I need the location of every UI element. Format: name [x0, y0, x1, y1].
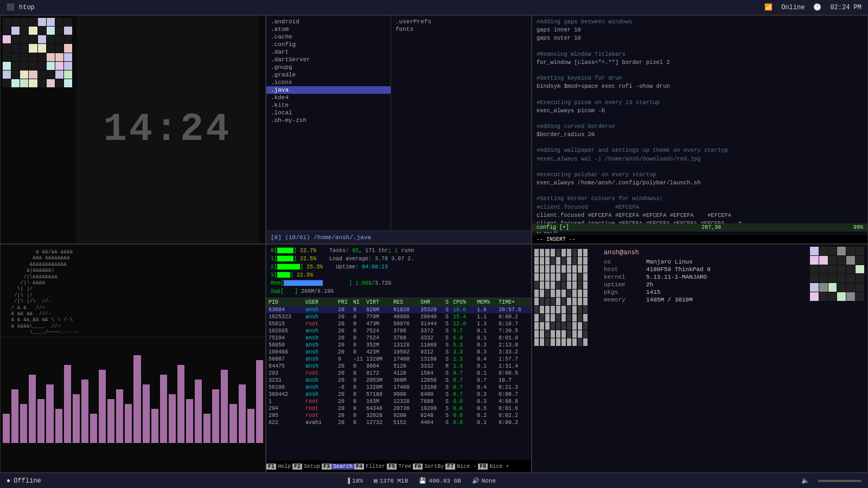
config-line: #executing polybar on every startup — [537, 171, 863, 179]
bar-chart-bar — [73, 394, 80, 443]
config-line: #Setting border colours for windowss| — [537, 195, 863, 203]
network-offline-icon: ● — [7, 477, 10, 485]
bar-chart-bar — [29, 375, 36, 443]
htop-process-row[interactable]: 102685ansh200752437003372S6.70.17:39.5 — [266, 328, 531, 335]
htop-key-f6sortby[interactable]: F6SortBy — [413, 460, 445, 472]
bar-chart — [1, 337, 265, 445]
htop-key-f1help[interactable]: F1Help — [266, 460, 292, 472]
bar-chart-bar — [11, 389, 18, 443]
config-content: #Adding gaps between windowsgaps inner 1… — [537, 18, 863, 244]
file-item[interactable]: .cache — [266, 33, 391, 41]
htop-process-row[interactable]: 1025323ansh200779M4098829640S15.41.10:00… — [266, 313, 531, 320]
file-item[interactable]: .atom — [266, 25, 391, 33]
htop-key-f5tree[interactable]: F5Tree — [387, 460, 413, 472]
bar-chart-bar — [20, 404, 27, 443]
bar-chart-bar — [221, 370, 228, 443]
file-item[interactable]: .userPrefs — [391, 18, 531, 25]
file-item[interactable]: .kite — [266, 101, 391, 109]
config-status-bar: config [+] 207,38 99% — [532, 223, 867, 232]
htop-process-row[interactable]: 295root2003202892006248S0.00.20:02.2 — [266, 412, 531, 419]
bar-chart-bar — [195, 380, 202, 443]
htop-key-f4filter[interactable]: F4Filter — [354, 460, 387, 472]
file-item[interactable]: .android — [266, 18, 391, 25]
volume-track[interactable] — [818, 480, 861, 482]
config-line — [537, 187, 863, 195]
clock-display: 14:24 — [103, 107, 231, 152]
bar-chart-bar — [177, 365, 184, 443]
htop-panel[interactable]: 0[█████] 22.7% Tasks: 95, 171 thr; 1 run… — [266, 244, 532, 473]
bar-chart-bar — [3, 414, 10, 443]
file-item[interactable]: .java — [266, 86, 391, 94]
htop-cpu-row: 0[█████] 22.7% Tasks: 95, 171 thr; 1 run… — [271, 247, 527, 255]
config-line: for_window [class="^.*"] border pixel 2 — [537, 59, 863, 67]
htop-process-row[interactable]: 63604ansh200820M6182835328S18.01.620:57.… — [266, 306, 531, 313]
file-item[interactable]: .gradle — [266, 71, 391, 79]
htop-process-row[interactable]: 622avahi2001273251524464S0.00.10:00.2 — [266, 419, 531, 426]
system-time: 02:24 PM — [830, 4, 861, 11]
file-item[interactable]: .dart — [266, 48, 391, 56]
file-manager-panel[interactable]: .android.atom.cache.config.dart.dartServ… — [266, 15, 532, 244]
htop-process-row[interactable]: 389442ansh2005718899008400S0.70.30:00.7 — [266, 391, 531, 398]
app-icon: ⬛ — [7, 3, 15, 11]
config-line: client.focused #EFCEFA #EFCEFA #EFCEFA #… — [537, 211, 863, 220]
config-line: #Executing picom on every i3 startup — [537, 99, 863, 107]
config-line — [537, 163, 863, 171]
bar-chart-bar — [151, 409, 158, 443]
htop-process-row[interactable]: 1root200163M123287688S0.00.34:08.8 — [266, 398, 531, 405]
file-left-pane[interactable]: .android.atom.cache.config.dart.dartServ… — [266, 16, 391, 230]
bar-chart-bar — [239, 384, 246, 443]
htop-key-f3search[interactable]: F3Search — [322, 460, 354, 472]
clock-icon: 🕐 — [813, 3, 821, 11]
config-editor-panel[interactable]: #Adding gaps between windowsgaps inner 1… — [532, 15, 868, 244]
htop-process-row[interactable]: 56050ansh200352M1312811888S5.30.32:13.0 — [266, 342, 531, 349]
htop-table-header: PID USER PRI NI VIRT RES SHR S CPU% MEM%… — [266, 298, 531, 306]
htop-process-row[interactable]: 294root200643482073619208S0.00.50:01.6 — [266, 405, 531, 412]
file-item[interactable]: .gnupg — [266, 63, 391, 71]
file-item[interactable]: .oh-my-zsh — [266, 117, 391, 124]
htop-key-f8nice +[interactable]: F8Nice + — [478, 460, 510, 472]
mosaic-widget — [1, 16, 76, 243]
bar-chart-bar — [81, 380, 88, 443]
ascii-art: & &&/&& &&&& &&& &&&&&&&& &&&&&&&&&&&& &… — [1, 245, 265, 337]
config-line: #client.focused #EFCEFA — [537, 203, 863, 211]
htop-process-row[interactable]: 3231ansh2002053M368M12056S0.79.718.7 — [266, 377, 531, 384]
htop-process-row[interactable]: 64475ansh200960451203332R1.30.11:31.4 — [266, 363, 531, 370]
audio-icon: 🔊 — [472, 477, 480, 484]
bar-chart-bar — [107, 399, 114, 443]
htop-footer[interactable]: F1HelpF2SetupF3SearchF4FilterF5TreeF6Sor… — [266, 460, 531, 472]
htop-process-row[interactable]: 75194ansh200752437683332S6.00.18:01.0 — [266, 335, 531, 342]
file-item[interactable]: .local — [266, 109, 391, 117]
bar-chart-bar — [55, 409, 62, 443]
file-item[interactable]: fonts — [391, 25, 531, 33]
memory-icon: ▤ — [374, 477, 378, 484]
file-item[interactable]: .kde4 — [266, 94, 391, 101]
htop-process-row[interactable]: 56106ansh-601328M1746013160S0.70.40:21.3 — [266, 384, 531, 391]
file-status-text: [0] (10/61) /home/ansh/.java — [271, 234, 371, 241]
sysinfo-text: ansh@ansh os Manjaro Linux host 4180F59 … — [597, 245, 808, 472]
volume-slider-area[interactable]: 🔈 — [801, 477, 861, 485]
htop-process-row[interactable]: 293root200817241281584S0.70.10:00.5 — [266, 370, 531, 377]
bar-chart-bar — [212, 389, 219, 443]
bar-chart-bar — [247, 409, 254, 443]
htop-process-row[interactable]: 56087ansh9-111328M1746013160S1.30.41:57.… — [266, 356, 531, 363]
config-line: gaps inner 10 — [537, 26, 863, 34]
htop-process-row[interactable]: 55815root200473M5097631444S12.01.38:16.7 — [266, 320, 531, 328]
htop-key-f7nice -[interactable]: F7Nice - — [445, 460, 478, 472]
volume-icon: 🔈 — [801, 477, 809, 485]
sysinfo-mosaic — [808, 245, 867, 472]
file-item[interactable]: .config — [266, 41, 391, 48]
file-item[interactable]: .dartServer — [266, 56, 391, 63]
config-line — [537, 139, 863, 146]
bar-chart-bar — [229, 404, 237, 443]
htop-key-f2setup[interactable]: F2Setup — [292, 460, 322, 472]
htop-process-list[interactable]: 63604ansh200820M6182835328S18.01.620:57.… — [266, 306, 531, 426]
bar-chart-bar — [116, 389, 123, 443]
htop-process-row[interactable]: 100488ansh200423M105929312S3.30.33:33.2 — [266, 349, 531, 356]
sysinfo-username: ansh@ansh — [604, 249, 801, 256]
bar-chart-bar — [46, 384, 53, 443]
file-right-pane[interactable]: .userPrefsfonts — [391, 16, 531, 230]
bar-chart-bar — [160, 375, 167, 443]
app-title: htop — [19, 4, 35, 11]
file-item[interactable]: .icons — [266, 79, 391, 86]
topbar: ⬛ htop 📶 Online 🕐 02:24 PM — [0, 0, 868, 15]
